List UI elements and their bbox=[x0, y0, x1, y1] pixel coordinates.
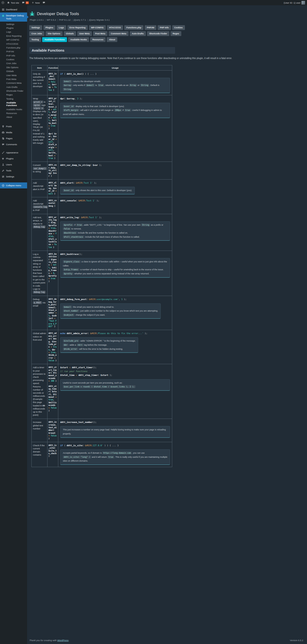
sidebar-subitem-available-functions[interactable]: Available Functions bbox=[0, 101, 27, 108]
tab-settings[interactable]: Settings bbox=[29, 25, 42, 30]
tab-regex[interactable]: Regex bbox=[171, 31, 181, 36]
sidebar-subitem-regex[interactable]: Regex bbox=[0, 93, 27, 97]
sidebar-subitem-auto-drafts[interactable]: Auto-Drafts bbox=[0, 85, 27, 89]
usage-code-line: $total_time = ddtt_stop_timer( $start ); bbox=[60, 374, 170, 377]
sidebar-subitem-plugins[interactable]: Plugins bbox=[0, 26, 27, 30]
tab-row: SettingsPluginsLogsError ReportingWP-CON… bbox=[29, 25, 304, 30]
adminbar-item-home-test-site[interactable]: Test site bbox=[7, 1, 19, 4]
sidebar-item-dashboard[interactable]: Dashboard bbox=[0, 6, 27, 12]
table-header-row: Item Function Usage bbox=[32, 65, 172, 70]
sidebar-subitem-functions-php[interactable]: Functions.php bbox=[0, 46, 27, 50]
description-line: $pretty: whether you want a comma separa… bbox=[63, 272, 167, 276]
tab-row: TestingAvailable FunctionsAvailable Hook… bbox=[29, 37, 304, 42]
tab-shortcode-finder[interactable]: Shortcode Finder bbox=[147, 31, 169, 36]
description-line: $full_stacktrace: include the full stack… bbox=[63, 235, 167, 239]
sidebar-subitem-php-ini[interactable]: PHP.INI bbox=[0, 50, 27, 54]
tab-globals[interactable]: Globals bbox=[64, 31, 76, 36]
usage-description-box: $email: returns the developer emails$arr… bbox=[60, 78, 170, 93]
tab-about[interactable]: About bbox=[107, 37, 117, 42]
sidebar-subitem-error-reporting[interactable]: Error Reporting bbox=[0, 34, 27, 38]
sidebar-subitem-settings[interactable]: Settings bbox=[0, 22, 27, 26]
usage-code-line: ddtt_var_dump_to_string( $var ); bbox=[60, 164, 170, 167]
tab-functions-php[interactable]: Functions.php bbox=[124, 25, 143, 30]
tab-auto-drafts[interactable]: Auto-Drafts bbox=[130, 31, 146, 36]
usage-code-line: ddtt_backtrace(); bbox=[60, 253, 170, 256]
sidebar-item-developer-debug-tools[interactable]: Developer Debug Tools bbox=[0, 12, 27, 22]
sidebar-subitem-testing[interactable]: Testing bbox=[0, 97, 27, 101]
bubble-icon bbox=[22, 1, 25, 4]
sidebar-subitem-resources[interactable]: Resources bbox=[0, 111, 27, 115]
tab-logs[interactable]: Logs bbox=[57, 25, 66, 30]
function-cell: ddtt_is_dev( $email = false, $array = fa… bbox=[47, 70, 58, 95]
usage-code-line: ddtt_console( &#039;Test 1' ); bbox=[60, 199, 170, 202]
tab-error-reporting[interactable]: Error Reporting bbox=[67, 25, 88, 30]
tab-wp-config[interactable]: WP-CONFIG bbox=[89, 25, 106, 30]
function-signature: ddtt_is_dev( $email = false, $array = fa… bbox=[48, 72, 57, 92]
sidebar-subitem-cookies[interactable]: Cookies bbox=[0, 58, 27, 62]
sidebar-subitem-globals[interactable]: Globals bbox=[0, 70, 27, 74]
tab-site-options[interactable]: Site Options bbox=[45, 31, 63, 36]
sidebar-subitem-about[interactable]: About bbox=[0, 116, 27, 119]
tab-available-hooks[interactable]: Available Hooks bbox=[68, 37, 89, 42]
item-cell: Debug $_POST via email bbox=[32, 296, 47, 330]
tab-post-meta[interactable]: Post Meta bbox=[93, 31, 108, 36]
adminbar-item-bubble[interactable] bbox=[42, 1, 45, 4]
tab-comment-meta[interactable]: Comment Meta bbox=[109, 31, 129, 36]
sidebar-subitem-logs[interactable]: Logs bbox=[0, 30, 27, 34]
usage-code-line: if ( ddtt_is_site( &#039;127.0.0' ) ) { … bbox=[60, 444, 170, 447]
usage-description-box: $email: the email you want to send debug… bbox=[60, 304, 161, 319]
tab-available-functions[interactable]: Available Functions bbox=[42, 37, 67, 42]
sidebar-item-comments[interactable]: Comments bbox=[0, 142, 27, 148]
sidebar-item-plugins[interactable]: Plugins bbox=[0, 156, 27, 162]
sidebar-subitem-available-hooks[interactable]: Available Hooks bbox=[0, 108, 27, 111]
adminbar-item-plus-new[interactable]: New bbox=[31, 1, 40, 4]
tab-cookies[interactable]: Cookies bbox=[172, 25, 185, 30]
sidebar-subitem-htaccess[interactable]: HTACCESS bbox=[0, 42, 27, 46]
tab-plugins[interactable]: Plugins bbox=[43, 25, 56, 30]
sidebar-subitem-user-meta[interactable]: User Meta bbox=[0, 74, 27, 77]
wp-logo-icon: W bbox=[1, 1, 4, 4]
sidebar-subitem-shortcode-finder[interactable]: Shortcode Finder bbox=[0, 89, 27, 93]
sidebar-item-label: Appearance bbox=[6, 151, 18, 154]
collapse-menu-button[interactable]: Collapse menu bbox=[0, 182, 27, 188]
sidebar-subitem-wp-config[interactable]: WP-CONFIG bbox=[0, 38, 27, 42]
function-signature: dpr( $var, $user_id = null, $left_margin… bbox=[48, 132, 57, 160]
usage-cell: ddtt_increase_test_number();This just in… bbox=[58, 419, 172, 442]
usage-cell: if ( ddtt_is_site( &#039;127.0.0' ) ) { … bbox=[58, 442, 172, 467]
tools-icon bbox=[2, 169, 4, 172]
wordpress-link[interactable]: WordPress bbox=[57, 639, 69, 642]
function-signature: ddtt_write_log( $log, $prefix = true, $b… bbox=[48, 216, 57, 249]
sidebar-item-tools[interactable]: Tools bbox=[0, 168, 27, 174]
adminbar-item-wp-logo[interactable]: W bbox=[1, 1, 4, 4]
sidebar-subitem-comment-meta[interactable]: Comment Meta bbox=[0, 81, 27, 85]
item-cell: Add JavaScript console.log in PHP bbox=[32, 197, 47, 214]
tab-resources[interactable]: Resources bbox=[90, 37, 105, 42]
sidebar-item-settings[interactable]: Settings bbox=[0, 174, 27, 180]
tab-cron-jobs[interactable]: Cron Jobs bbox=[29, 31, 44, 36]
tab-php-ini[interactable]: PHP.INI bbox=[145, 25, 156, 30]
footer: Thank you for creating with WordPress. V… bbox=[29, 636, 304, 644]
function-cell: ddtt_backtrace( $ignore_class = null, $s… bbox=[47, 251, 58, 296]
sidebar-item-pages[interactable]: Pages bbox=[0, 136, 27, 142]
sidebar-item-media[interactable]: Media bbox=[0, 130, 27, 136]
sidebar-item-users[interactable]: Users bbox=[0, 162, 27, 168]
sidebar-item-label: Pages bbox=[6, 137, 12, 140]
tab-testing[interactable]: Testing bbox=[29, 37, 41, 42]
sidebar-subitem-php-info[interactable]: PHP Info bbox=[0, 54, 27, 58]
usage-cell: ddtt_backtrace();$ignore_class: a class … bbox=[58, 251, 172, 296]
sidebar-subitem-site-options[interactable]: Site Options bbox=[0, 66, 27, 69]
sidebar-item-posts[interactable]: Posts bbox=[0, 124, 27, 130]
tab-user-meta[interactable]: User Meta bbox=[77, 31, 92, 36]
description-line: $test_number: just adds a test number to… bbox=[63, 309, 158, 313]
user-menu[interactable]: (User ID: 1) user bbox=[284, 1, 305, 4]
adminbar-item-bubble[interactable]: 0 bbox=[22, 1, 29, 4]
column-header-usage: Usage bbox=[58, 65, 172, 70]
footer-version: Version 6.5.2 bbox=[290, 639, 303, 642]
sidebar-item-label: Comments bbox=[6, 143, 17, 146]
sidebar-item-appearance[interactable]: Appearance bbox=[0, 150, 27, 156]
sidebar-subitem-post-meta[interactable]: Post Meta bbox=[0, 77, 27, 81]
description-line: $subject: change the subject if you want… bbox=[63, 313, 158, 317]
tab-htaccess[interactable]: HTACCESS bbox=[107, 25, 123, 30]
tab-php-info[interactable]: PHP Info bbox=[158, 25, 171, 30]
sidebar-subitem-cron-jobs[interactable]: Cron Jobs bbox=[0, 62, 27, 66]
